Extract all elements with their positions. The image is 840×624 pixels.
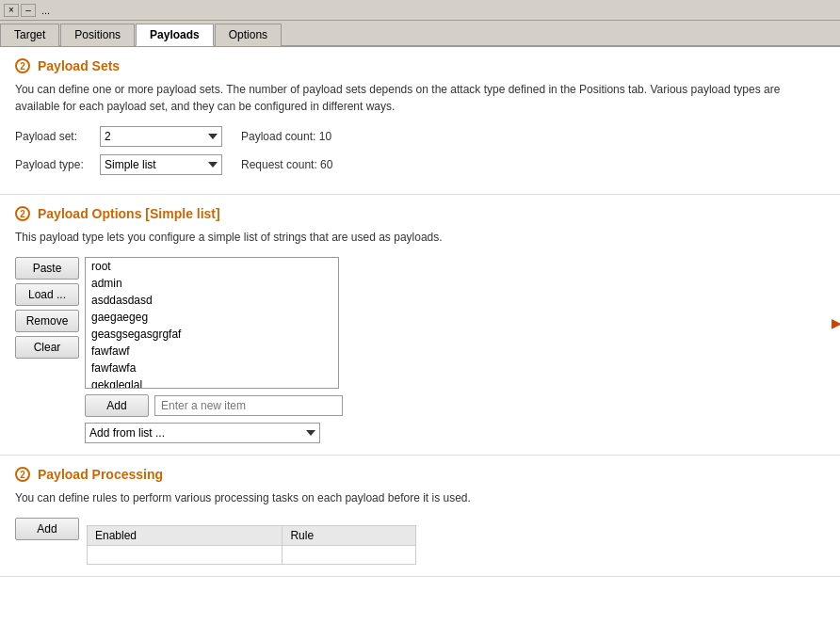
tab-options[interactable]: Options [215, 24, 282, 46]
list-item[interactable]: fawfawfa [86, 360, 338, 376]
payload-options-icon: 2 [15, 206, 30, 221]
remove-button[interactable]: Remove [15, 310, 79, 332]
add-item-input[interactable] [154, 395, 343, 416]
payload-type-label: Payload type: [15, 158, 100, 171]
payload-sets-title: Payload Sets [38, 58, 120, 73]
payload-options-section: 2 Payload Options [Simple list] This pay… [0, 195, 840, 456]
tab-bar: Target Positions Payloads Options [0, 21, 840, 47]
table-row [88, 546, 416, 565]
request-count-label: Request count: 60 [241, 158, 332, 171]
payload-count-label: Payload count: 10 [241, 130, 331, 143]
payload-processing-description: You can define rules to perform various … [15, 489, 825, 506]
enabled-column-header: Enabled [88, 526, 283, 546]
title-text: ... [41, 5, 50, 16]
payload-options-header: 2 Payload Options [Simple list] [15, 206, 825, 221]
payload-list-wrapper: root admin asddasdasd gaegaegeg geasgseg… [85, 257, 825, 389]
add-item-row: Add [85, 394, 825, 417]
payload-set-label: Payload set: [15, 130, 100, 143]
payload-type-select[interactable]: Simple list Runtime file Custom iterator… [100, 154, 222, 175]
list-item[interactable]: gaegaegeg [86, 309, 338, 326]
list-item[interactable]: fawfawf [86, 343, 338, 360]
tab-positions[interactable]: Positions [60, 24, 135, 46]
payload-options-title: Payload Options [Simple list] [38, 206, 220, 221]
payload-sets-description: You can define one or more payload sets.… [15, 81, 825, 115]
payload-options-description: This payload type lets you configure a s… [15, 229, 825, 246]
payload-list-container: Paste Load ... Remove Clear root admin a… [15, 257, 825, 389]
payload-action-buttons: Paste Load ... Remove Clear [15, 257, 79, 359]
payload-processing-header: 2 Payload Processing [15, 467, 825, 482]
list-item[interactable]: gekgleglal [86, 376, 338, 389]
add-from-list-row: Add from list ... Custom list 1 Custom l… [85, 423, 825, 443]
load-button[interactable]: Load ... [15, 283, 79, 306]
payload-processing-title: Payload Processing [38, 467, 163, 482]
payload-type-row: Payload type: Simple list Runtime file C… [15, 154, 825, 175]
list-item[interactable]: asddasdasd [86, 292, 338, 309]
payload-sets-header: 2 Payload Sets [15, 58, 825, 73]
title-bar: × – ... [0, 0, 840, 21]
list-item[interactable]: root [86, 258, 338, 275]
processing-table: Enabled Rule [87, 525, 416, 565]
arrow-indicator: ▶ [832, 315, 840, 330]
payload-list[interactable]: root admin asddasdasd gaegaegeg geasgseg… [85, 257, 339, 389]
close-button[interactable]: × [4, 4, 19, 17]
processing-add-button[interactable]: Add [15, 518, 79, 540]
main-content: 2 Payload Sets You can define one or mor… [0, 47, 840, 624]
payload-set-select[interactable]: 2 1 3 4 [100, 126, 222, 147]
minimize-button[interactable]: – [21, 4, 36, 17]
tab-target[interactable]: Target [0, 24, 59, 46]
payload-processing-section: 2 Payload Processing You can define rule… [0, 456, 840, 577]
clear-button[interactable]: Clear [15, 336, 79, 359]
add-from-list-select[interactable]: Add from list ... Custom list 1 Custom l… [85, 423, 320, 443]
payload-set-row: Payload set: 2 1 3 4 Payload count: 10 [15, 126, 825, 147]
payload-processing-icon: 2 [15, 467, 30, 482]
list-item[interactable]: admin [86, 275, 338, 292]
rule-column-header: Rule [283, 526, 416, 546]
list-item[interactable]: geasgsegasgrgfaf [86, 326, 338, 343]
payload-sets-icon: 2 [15, 58, 30, 73]
payload-sets-section: 2 Payload Sets You can define one or mor… [0, 47, 840, 195]
tab-payloads[interactable]: Payloads [136, 24, 214, 46]
paste-button[interactable]: Paste [15, 257, 79, 280]
add-button[interactable]: Add [85, 394, 149, 417]
